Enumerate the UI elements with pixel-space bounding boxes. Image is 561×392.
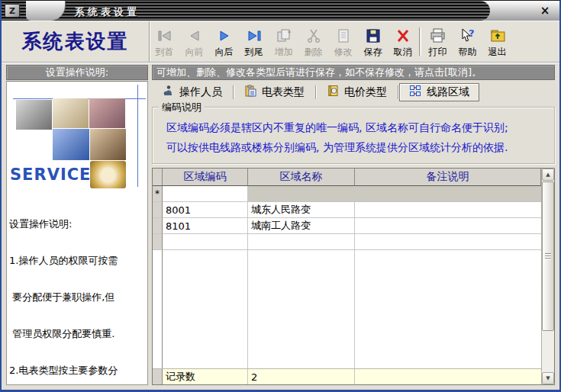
grid-row[interactable]: 8101 城南工人路变 bbox=[153, 218, 541, 234]
print-icon bbox=[429, 27, 447, 45]
row-selector[interactable] bbox=[153, 234, 163, 250]
vertical-scrollbar[interactable]: ▲ ▼ bbox=[541, 169, 554, 384]
instruction-line: 设置操作说明: bbox=[9, 218, 146, 230]
toolbar-button-first[interactable]: 到首 bbox=[150, 21, 179, 62]
close-icon[interactable]: × bbox=[538, 4, 552, 18]
grid-column-line bbox=[248, 250, 355, 368]
cell-area-code[interactable]: 8001 bbox=[163, 202, 248, 218]
cell-area-code[interactable]: 8101 bbox=[163, 218, 248, 234]
cell-area-code[interactable] bbox=[163, 234, 248, 250]
toolbar-button-print[interactable]: 打印 bbox=[423, 21, 453, 62]
tab-price-types[interactable]: 电价类型 bbox=[317, 83, 397, 101]
cell-remark[interactable] bbox=[355, 186, 541, 202]
tab-label: 操作人员 bbox=[179, 85, 222, 99]
tab-bar: 操作人员 电表类型 电价类型 线路区域 bbox=[152, 82, 555, 102]
toolbar-button-label: 增加 bbox=[275, 46, 293, 59]
toolbar-button-next[interactable]: 向后 bbox=[209, 21, 239, 62]
toolbar-button-last[interactable]: 到尾 bbox=[239, 21, 269, 62]
row-selector-header bbox=[153, 169, 163, 186]
toolbar-button-exit[interactable]: 退出 bbox=[482, 21, 512, 62]
toolbar-button-modify[interactable]: 修改 bbox=[328, 21, 358, 62]
tab-label: 线路区域 bbox=[427, 85, 469, 99]
code-description-groupbox: 编码说明 区域编码必须是辖区内不重复的唯一编码, 区域名称可自行命名便于识别; … bbox=[152, 107, 555, 164]
toolbar-button-add[interactable]: 增加 bbox=[269, 21, 298, 62]
groupbox-note-line: 区域编码必须是辖区内不重复的唯一编码, 区域名称可自行命名便于识别; bbox=[160, 117, 546, 137]
scrollbar-thumb[interactable] bbox=[542, 182, 554, 331]
tab-separator bbox=[398, 85, 398, 99]
grid-empty-row[interactable] bbox=[153, 234, 541, 250]
grid-column-line bbox=[153, 250, 163, 368]
save-icon bbox=[364, 27, 382, 45]
cell-area-code[interactable] bbox=[163, 186, 248, 202]
main-panel: 可增加、删除、修改各类型后请进行保存，如不保存修改，请点击[取消]。 操作人员 … bbox=[152, 65, 555, 385]
price-book-icon bbox=[327, 85, 339, 99]
collage-line bbox=[137, 85, 138, 187]
cell-remark[interactable] bbox=[355, 202, 541, 218]
tab-separator bbox=[233, 85, 234, 99]
window-title: 系统表设置 bbox=[75, 5, 140, 19]
last-record-icon bbox=[245, 27, 263, 45]
tab-label: 电价类型 bbox=[344, 85, 387, 99]
column-header-area-code[interactable]: 区域编码 bbox=[163, 169, 248, 186]
toolbar-button-label: 删除 bbox=[305, 46, 323, 59]
toolbar-button-delete[interactable]: 删除 bbox=[298, 21, 328, 62]
toolbar-button-label: 到首 bbox=[156, 46, 174, 59]
row-selector[interactable] bbox=[153, 218, 163, 234]
toolbar-button-cancel[interactable]: 取消 bbox=[388, 21, 418, 62]
svg-text:?: ? bbox=[469, 27, 475, 39]
row-selector[interactable] bbox=[153, 202, 163, 218]
toolbar-button-label: 帮助 bbox=[459, 46, 477, 59]
line-area-icon bbox=[409, 85, 421, 99]
sidebar-header: 设置操作说明: bbox=[6, 65, 148, 80]
content-area: 设置操作说明: SERVICE 设置操作说明: 1.操作人员的权限可按需 bbox=[6, 65, 555, 385]
operation-instructions: 设置操作说明: 1.操作人员的权限可按需 要分配便于兼职操作,但 管理员权限分配… bbox=[7, 190, 147, 385]
cell-area-name[interactable]: 城东人民路变 bbox=[248, 202, 355, 218]
cell-area-name[interactable] bbox=[248, 186, 355, 202]
instruction-line: 管理员权限分配要慎重. bbox=[9, 328, 146, 340]
photo-writing bbox=[90, 129, 126, 160]
column-header-remark[interactable]: 备注说明 bbox=[355, 169, 541, 186]
cell-area-name[interactable] bbox=[248, 234, 355, 250]
tab-operators[interactable]: 操作人员 bbox=[152, 83, 232, 101]
tab-separator bbox=[315, 85, 316, 99]
grid-row[interactable]: 8001 城东人民路变 bbox=[153, 202, 541, 218]
toolbar-button-help[interactable]: ? 帮助 bbox=[453, 21, 482, 62]
app-title-box: 系统表设置 bbox=[2, 21, 150, 62]
toolbar-button-label: 向后 bbox=[215, 46, 234, 59]
delete-record-icon bbox=[305, 27, 323, 45]
record-count-label: 记录数 bbox=[163, 369, 248, 384]
first-record-icon bbox=[156, 27, 174, 45]
service-collage-image: SERVICE bbox=[7, 82, 147, 190]
page-title: 系统表设置 bbox=[22, 28, 129, 55]
scroll-up-icon[interactable]: ▲ bbox=[542, 169, 554, 181]
cell-remark[interactable] bbox=[355, 234, 541, 250]
scrollbar-grip bbox=[545, 253, 551, 259]
system-menu-icon[interactable]: Z bbox=[5, 4, 20, 18]
service-label: SERVICE bbox=[10, 165, 91, 184]
scroll-down-icon[interactable]: ▼ bbox=[542, 372, 554, 384]
grid-empty-space bbox=[153, 250, 541, 368]
sidebar: 设置操作说明: SERVICE 设置操作说明: 1.操作人员的权限可按需 bbox=[6, 65, 148, 385]
add-record-icon bbox=[275, 27, 293, 45]
groupbox-note-line: 可以按供电线路或楼栋分别编码, 为管理系统提供分区域统计分析的依据. bbox=[160, 137, 546, 157]
sidebar-body: SERVICE 设置操作说明: 1.操作人员的权限可按需 要分配便于兼职操作,但… bbox=[6, 81, 148, 385]
tab-line-areas[interactable]: 线路区域 bbox=[399, 83, 479, 101]
grid-new-row[interactable]: * bbox=[153, 186, 541, 202]
meter-clipboard-icon bbox=[244, 85, 256, 99]
cell-area-name[interactable]: 城南工人路变 bbox=[248, 218, 355, 234]
scrollbar-track[interactable] bbox=[542, 331, 554, 372]
help-icon: ? bbox=[459, 27, 477, 45]
grid-summary-row: 记录数 2 bbox=[153, 368, 541, 384]
prev-record-icon bbox=[185, 27, 204, 45]
grid-body: 区域编码 区域名称 备注说明 * 8001 城东人民路变 bbox=[153, 169, 541, 384]
toolbar-button-save[interactable]: 保存 bbox=[358, 21, 388, 62]
column-header-area-name[interactable]: 区域名称 bbox=[248, 169, 355, 186]
area-data-grid: 区域编码 区域名称 备注说明 * 8001 城东人民路变 bbox=[152, 168, 555, 385]
toolbar-separator bbox=[419, 27, 421, 56]
toolbar-button-prev[interactable]: 向前 bbox=[179, 21, 209, 62]
cell-remark[interactable] bbox=[355, 218, 541, 234]
toolbar-button-label: 保存 bbox=[364, 46, 382, 59]
grid-column-line bbox=[355, 250, 541, 368]
tab-label: 电表类型 bbox=[262, 85, 305, 99]
tab-meter-types[interactable]: 电表类型 bbox=[234, 83, 314, 101]
